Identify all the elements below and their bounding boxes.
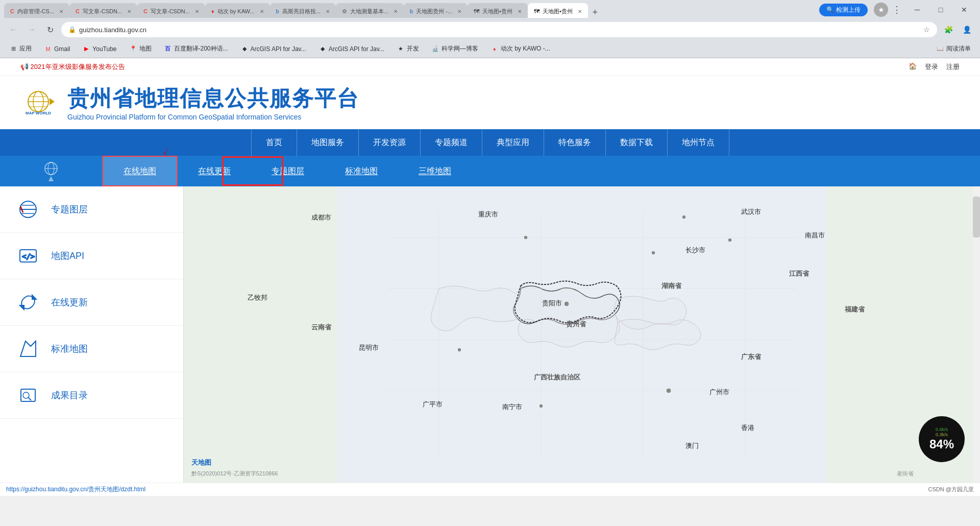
svg-point-36: [564, 301, 569, 306]
nav-typical-apps[interactable]: 典型应用: [482, 129, 544, 156]
nav-district-nodes[interactable]: 地州节点: [668, 129, 729, 156]
subnav-3d-map[interactable]: 三维地图: [398, 156, 472, 186]
theme-svg: [18, 199, 38, 220]
reload-btn[interactable]: ↻: [43, 22, 57, 37]
tab-7[interactable]: b 天地图贵州 -... ✕: [404, 3, 468, 18]
download-speed: 0.3k/s: [936, 432, 948, 437]
tab-5[interactable]: b 高斯亮目格投... ✕: [270, 3, 336, 18]
kawo-icon: ♦: [491, 45, 499, 53]
subnav-theme-layer[interactable]: 专题图层: [251, 156, 325, 186]
subnav-online-update[interactable]: 在线更新: [178, 156, 251, 186]
upload-btn[interactable]: 🔍 检测上传: [819, 4, 868, 16]
nav-special-services[interactable]: 特色服务: [544, 129, 606, 156]
sidebar-catalog[interactable]: 成果目录: [0, 372, 183, 419]
scrollbar[interactable]: [973, 186, 980, 483]
tab-3[interactable]: C 写文章-CSDN... ✕: [137, 3, 205, 18]
browser-chrome: C 内容管理-CS... ✕ C 写文章-CSDN... ✕ C 写文章-CSD…: [0, 0, 980, 58]
maximize-btn[interactable]: □: [929, 2, 952, 18]
bookmark-dev[interactable]: ★ 开发: [394, 43, 422, 54]
bookmark-arcgis2[interactable]: ◆ ArcGIS API for Jav...: [315, 44, 387, 54]
forward-btn[interactable]: →: [24, 22, 39, 37]
subnav-online-map[interactable]: 在线地图: [102, 156, 178, 186]
bookmark-kawo[interactable]: ♦ 动次 by KAWO -...: [487, 43, 553, 54]
svg-line-25: [28, 397, 31, 400]
star-icon[interactable]: ☆: [923, 26, 930, 34]
announcement-text: 📢 2021年亚米级影像服务发布公告: [20, 62, 125, 71]
tab-8[interactable]: 🗺 天地图•贵州 ✕: [468, 3, 528, 18]
tab-9-close[interactable]: ✕: [578, 9, 582, 14]
tab-1[interactable]: C 内容管理-CS... ✕: [4, 3, 69, 18]
svg-marker-10: [48, 176, 54, 181]
status-url: https://guizhou.tianditu.gov.cn/贵州天地图/dz…: [6, 485, 145, 494]
new-tab-btn[interactable]: +: [588, 5, 602, 18]
site-header: MAP WORLD 贵州省地理信息公共服务平台 Guizhou Provinci…: [0, 76, 980, 129]
back-btn[interactable]: ←: [6, 22, 20, 37]
nav-data-download[interactable]: 数据下载: [606, 129, 668, 156]
bookmark-apps[interactable]: ⊞ 应用: [6, 43, 35, 54]
tab-4-close[interactable]: ✕: [260, 9, 264, 14]
bookmark-arcgis1[interactable]: ◆ ArcGIS API for Jav...: [237, 44, 309, 54]
scrollbar-thumb[interactable]: [973, 197, 980, 237]
sub-nav-left-space: [0, 156, 102, 186]
profile-circle[interactable]: 👤: [960, 22, 974, 37]
sub-nav-row: ↓ 在线地图 在线更新 专题图层 标准地图 三维地图: [0, 156, 980, 186]
speed-percent: 84%: [929, 437, 954, 451]
tab-1-close[interactable]: ✕: [59, 9, 63, 14]
map-area[interactable]: 重庆市 贵阳市 昆明市 南宁市 广州市 长沙市 南昌市 湖南省 贵州省 云南省 …: [184, 186, 980, 483]
api-svg: </>: [18, 246, 38, 266]
main-nav: 首页 地图服务 开发资源 专题频道 典型应用 特色服务 数据下载 地州节点: [0, 129, 980, 156]
url-bar[interactable]: 🔒 guizhou.tianditu.gov.cn ☆: [61, 22, 937, 37]
register-link[interactable]: 注册: [946, 62, 960, 71]
nav-home[interactable]: 首页: [251, 129, 297, 156]
sidebar-theme-label: 专题图层: [51, 203, 88, 216]
speed-indicator: 0.6k/s 0.3k/s 84%: [919, 416, 965, 462]
close-btn[interactable]: ✕: [952, 2, 976, 18]
tab-6[interactable]: ⚙ 大地测量基本... ✕: [336, 3, 404, 18]
extensions-icon[interactable]: 🧩: [941, 22, 955, 37]
tab-7-close[interactable]: ✕: [457, 9, 461, 14]
tab-3-close[interactable]: ✕: [195, 9, 199, 14]
nav-map-service[interactable]: 地图服务: [297, 129, 359, 156]
svg-point-42: [682, 215, 686, 219]
bookmark-sciencenet[interactable]: 🔬 科学网—博客: [428, 43, 481, 54]
tab-2[interactable]: C 写文章-CSDN... ✕: [69, 3, 137, 18]
tab-6-close[interactable]: ✕: [394, 9, 398, 14]
sidebar-online-update[interactable]: 在线更新: [0, 279, 183, 326]
reading-list-icon: 📖: [936, 45, 944, 53]
bookmark-youtube[interactable]: ▶ YouTube: [79, 44, 119, 54]
tab-4[interactable]: ♦ 动次 by KAW... ✕: [205, 3, 270, 18]
sub-nav-wrapper: ↓ 在线地图 在线更新 专题图层 标准地图 三维地图: [0, 156, 980, 186]
tab-8-close[interactable]: ✕: [518, 9, 522, 14]
nav-special-channels[interactable]: 专题频道: [421, 129, 482, 156]
menu-btn[interactable]: ⋮: [890, 4, 903, 15]
left-sidebar: 专题图层 </> 地图API: [0, 186, 184, 483]
bookmark-reading-list[interactable]: 📖 阅读清单: [933, 43, 974, 54]
theme-layer-icon: [15, 197, 41, 222]
maps-icon: 📍: [129, 45, 137, 53]
bookmark-maps[interactable]: 📍 地图: [126, 43, 155, 54]
home-icon[interactable]: 🏠: [909, 62, 917, 71]
standard-map-icon: [15, 336, 41, 362]
subnav-standard-map[interactable]: 标准地图: [325, 156, 398, 186]
gmail-icon: M: [44, 45, 52, 53]
tab-2-close[interactable]: ✕: [127, 9, 131, 14]
bookmark-gmail[interactable]: M Gmail: [41, 44, 73, 54]
bookmark-baidu-translate[interactable]: 百 百度翻译-200种语...: [161, 43, 231, 54]
sidebar-standard-map[interactable]: 标准地图: [0, 326, 183, 372]
address-bar: ← → ↻ 🔒 guizhou.tianditu.gov.cn ☆ 🧩 👤: [0, 19, 980, 40]
map-watermark: 天地图: [191, 458, 211, 467]
login-link[interactable]: 登录: [925, 62, 938, 71]
map-copyright2: 老街省: [897, 470, 914, 477]
profile-icon[interactable]: ★: [874, 3, 888, 17]
svg-point-39: [666, 388, 671, 393]
sidebar-theme-layer[interactable]: 专题图层: [0, 186, 183, 233]
tab-5-close[interactable]: ✕: [326, 9, 330, 14]
tab-9-active[interactable]: 🗺 天地图•贵州 ✕: [528, 3, 588, 18]
minimize-btn[interactable]: ─: [905, 2, 929, 18]
window-controls: ─ □ ✕: [905, 2, 976, 18]
content-area: 专题图层 </> 地图API: [0, 186, 980, 483]
apps-icon: ⊞: [9, 45, 17, 53]
sidebar-map-api[interactable]: </> 地图API: [0, 233, 183, 279]
nav-dev-resources[interactable]: 开发资源: [359, 129, 421, 156]
standard-svg: [18, 339, 38, 359]
